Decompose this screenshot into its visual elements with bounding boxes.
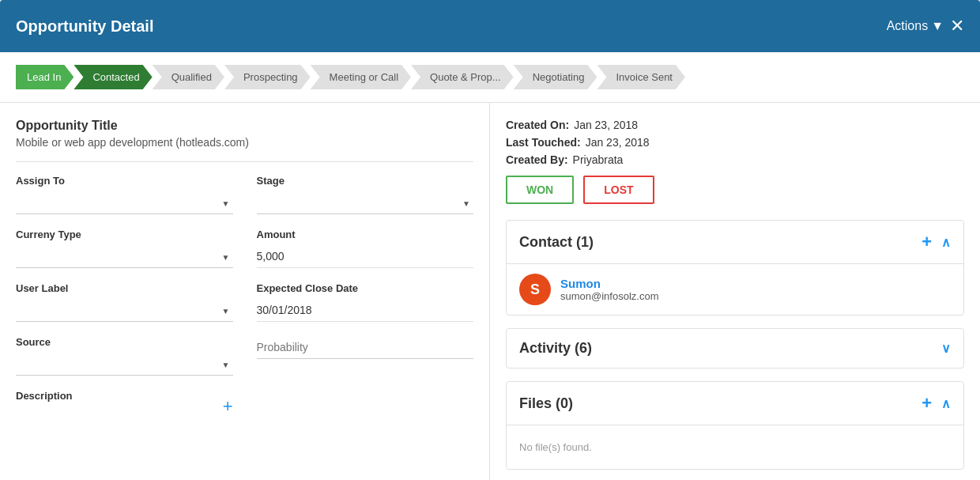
close-button[interactable]: ✕ [950, 16, 964, 36]
pipeline-stage-negotiating[interactable]: Negotiating [514, 65, 597, 89]
won-button[interactable]: WON [506, 176, 574, 204]
actions-label: Actions [887, 19, 928, 33]
pipeline-stage-lead-in[interactable]: Lead In [16, 65, 74, 89]
files-card-header[interactable]: Files (0) + ∧ [507, 382, 963, 425]
contact-name[interactable]: Sumon [560, 277, 658, 290]
header-actions: Actions ▼ ✕ [887, 16, 964, 36]
pipeline-stage-invoice-sent[interactable]: Invoice Sent [597, 65, 685, 89]
source-field: Source Andolasoft Contact Us Page ▼ [16, 336, 233, 376]
probability-control [257, 336, 474, 359]
currency-type-input[interactable]: Indian Rupees - INR [16, 245, 233, 268]
opportunity-title-value: Mobile or web app development (hotleads.… [16, 136, 473, 149]
right-panel: Created On: Jan 23, 2018 Last Touched: J… [490, 103, 980, 480]
user-label-label: User Label [16, 282, 233, 294]
contact-card-actions: + ∧ [922, 232, 951, 252]
stage-label-contacted[interactable]: Contacted [74, 65, 152, 89]
opportunity-detail-window: Opportunity Detail Actions ▼ ✕ Lead InCo… [0, 0, 980, 480]
currency-type-label: Curreny Type [16, 229, 233, 240]
activity-collapse-icon[interactable]: ∨ [941, 341, 951, 356]
expected-close-field: Expected Close Date 30/01/2018 [257, 282, 474, 322]
actions-button[interactable]: Actions ▼ [887, 19, 944, 33]
contact-info: Sumon sumon@infosolz.com [560, 277, 658, 302]
created-on-row: Created On: Jan 23, 2018 [506, 119, 964, 131]
probability-field [257, 336, 474, 359]
chevron-down-icon: ▼ [931, 19, 944, 33]
amount-value: 5,000 [257, 245, 474, 268]
stage-label-quote-prop[interactable]: Quote & Prop... [411, 65, 514, 89]
pipeline-stages: Lead InContactedQualifiedProspectingMeet… [0, 52, 980, 103]
expected-close-value: 30/01/2018 [257, 299, 474, 322]
contact-card: Contact (1) + ∧ S Sumon sumon@infosolz.c… [506, 220, 964, 316]
contact-email: sumon@infosolz.com [560, 290, 658, 302]
info-section: Created On: Jan 23, 2018 Last Touched: J… [506, 119, 964, 166]
left-panel: Opportunity Title Mobile or web app deve… [0, 103, 490, 480]
contact-card-header[interactable]: Contact (1) + ∧ [507, 221, 963, 263]
amount-field: Amount 5,000 [257, 229, 474, 268]
stage-input[interactable]: Contacted [257, 191, 474, 214]
created-on-label: Created On: [506, 119, 569, 131]
won-lost-section: WON LOST [506, 176, 964, 204]
expected-close-label: Expected Close Date [257, 282, 474, 294]
header: Opportunity Detail Actions ▼ ✕ [0, 0, 980, 52]
pipeline-stage-meeting-or-call[interactable]: Meeting or Call [311, 65, 411, 89]
contact-add-button[interactable]: + [922, 232, 932, 252]
assign-to-control: me ▼ [16, 191, 233, 214]
assign-to-label: Assign To [16, 175, 233, 187]
source-control: Andolasoft Contact Us Page ▼ [16, 353, 233, 376]
last-touched-value: Jan 23, 2018 [586, 136, 650, 149]
assign-to-input[interactable]: me [16, 191, 233, 214]
user-label-control: Inbound ▼ [16, 299, 233, 322]
stage-label-meeting-or-call[interactable]: Meeting or Call [311, 65, 411, 89]
lost-button[interactable]: LOST [583, 176, 654, 204]
probability-input[interactable] [257, 336, 474, 359]
files-card-title: Files (0) [519, 395, 573, 412]
pipeline-stage-qualified[interactable]: Qualified [153, 65, 224, 89]
created-on-value: Jan 23, 2018 [574, 119, 638, 131]
activity-card-actions: ∨ [941, 341, 951, 356]
stage-label-negotiating[interactable]: Negotiating [514, 65, 597, 89]
created-by-value: Priyabrata [573, 153, 624, 166]
amount-label: Amount [257, 229, 474, 240]
pipeline-stage-contacted[interactable]: Contacted [74, 65, 152, 89]
activity-card: Activity (6) ∨ [506, 328, 964, 369]
form-grid: Assign To me ▼ Curreny Type Indian Rupee… [16, 175, 473, 417]
contact-avatar: S [519, 274, 551, 305]
assign-to-field: Assign To me ▼ [16, 175, 233, 214]
stage-control: Contacted ▼ [257, 191, 474, 214]
contact-card-body: S Sumon sumon@infosolz.com [507, 263, 963, 315]
stage-label-qualified[interactable]: Qualified [153, 65, 224, 89]
user-label-field: User Label Inbound ▼ [16, 282, 233, 322]
activity-card-header[interactable]: Activity (6) ∨ [507, 329, 963, 368]
created-by-row: Created By: Priyabrata [506, 153, 964, 166]
page-title: Opportunity Detail [16, 17, 153, 36]
last-touched-label: Last Touched: [506, 136, 581, 149]
right-column: Stage Contacted ▼ Amount 5,000 Expected … [257, 175, 474, 417]
pipeline-stage-quote-prop[interactable]: Quote & Prop... [411, 65, 514, 89]
left-column: Assign To me ▼ Curreny Type Indian Rupee… [16, 175, 233, 417]
contact-card-title: Contact (1) [519, 234, 594, 251]
stage-field: Stage Contacted ▼ [257, 175, 474, 214]
contact-item: S Sumon sumon@infosolz.com [519, 274, 951, 305]
stage-label-lead-in[interactable]: Lead In [16, 65, 74, 89]
activity-card-title: Activity (6) [519, 340, 592, 357]
files-card-body: No file(s) found. [507, 425, 963, 469]
files-card: Files (0) + ∧ No file(s) found. [506, 381, 964, 470]
files-collapse-icon[interactable]: ∧ [941, 396, 951, 411]
files-empty-text: No file(s) found. [519, 435, 951, 459]
stage-label: Stage [257, 175, 474, 187]
pipeline-stage-prospecting[interactable]: Prospecting [224, 65, 311, 89]
user-label-input[interactable]: Inbound [16, 299, 233, 322]
main-content: Opportunity Title Mobile or web app deve… [0, 103, 980, 480]
source-input[interactable]: Andolasoft Contact Us Page [16, 353, 233, 376]
source-label: Source [16, 336, 233, 348]
stage-label-prospecting[interactable]: Prospecting [224, 65, 311, 89]
files-add-button[interactable]: + [922, 393, 932, 414]
description-label: Description [16, 390, 233, 402]
add-button[interactable]: + [223, 396, 233, 417]
opportunity-title-label: Opportunity Title [16, 119, 473, 133]
stage-label-invoice-sent[interactable]: Invoice Sent [597, 65, 685, 89]
currency-type-field: Curreny Type Indian Rupees - INR ▼ [16, 229, 233, 268]
currency-type-control: Indian Rupees - INR ▼ [16, 245, 233, 268]
contact-collapse-icon[interactable]: ∧ [941, 235, 951, 250]
created-by-label: Created By: [506, 153, 568, 166]
